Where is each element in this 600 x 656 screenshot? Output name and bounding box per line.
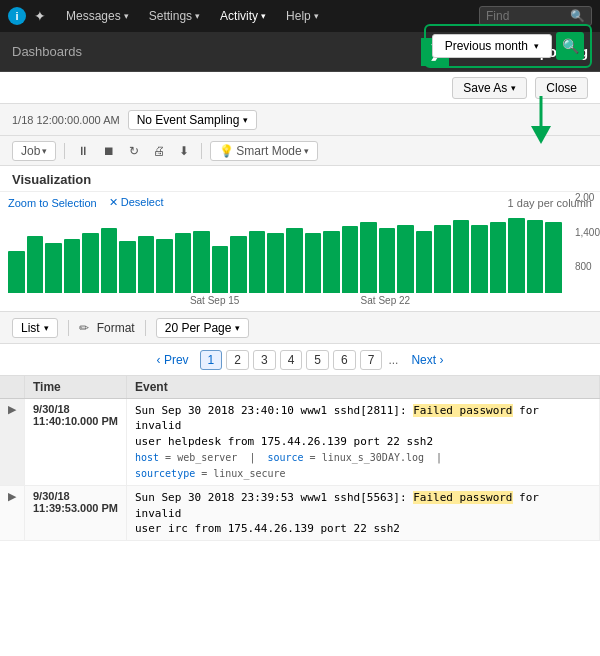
chart-controls: Zoom to Selection ✕ Deselect 1 day per c…	[8, 196, 592, 209]
star-icon: ✦	[34, 8, 46, 24]
smart-mode-icon: 💡	[219, 144, 234, 158]
time-cell-1: 9/30/1811:40:10.000 PM	[25, 399, 127, 486]
chart-bar-0	[8, 251, 25, 293]
chart-bar-18	[342, 226, 359, 293]
page-dots: ...	[386, 353, 400, 367]
col-time: Time	[25, 376, 127, 399]
chart-bar-21	[397, 225, 414, 293]
results-table-container: Time Event ▶ 9/30/1811:40:10.000 PM Sun …	[0, 376, 600, 541]
prev-month-caret: ▾	[534, 41, 539, 51]
page-7-button[interactable]: 7	[360, 350, 383, 370]
col-arrow	[0, 376, 25, 399]
per-page-caret: ▾	[235, 323, 240, 333]
highlight-1: Failed password	[413, 404, 512, 417]
find-icon: 🔍	[570, 9, 585, 23]
chart-bar-6	[119, 241, 136, 293]
chart-bar-8	[156, 239, 173, 293]
prev-month-button[interactable]: Previous month ▾	[432, 34, 552, 58]
chart-bar-19	[360, 222, 377, 293]
list-caret: ▾	[44, 323, 49, 333]
activity-caret: ▾	[261, 11, 266, 21]
results-table: Time Event ▶ 9/30/1811:40:10.000 PM Sun …	[0, 376, 600, 541]
search-button[interactable]: 🔍	[556, 32, 584, 60]
chart-bar-10	[193, 231, 210, 294]
prev-page-button[interactable]: ‹ Prev	[150, 351, 196, 369]
chart-bar-7	[138, 236, 155, 293]
zoom-to-selection-button[interactable]: Zoom to Selection	[8, 196, 97, 209]
nav-help[interactable]: Help ▾	[278, 5, 327, 27]
arrow-indicator	[526, 96, 556, 146]
page-6-button[interactable]: 6	[333, 350, 356, 370]
export-button[interactable]: ⬇	[175, 142, 193, 160]
format-divider	[145, 320, 146, 336]
page-3-button[interactable]: 3	[253, 350, 276, 370]
per-page-button[interactable]: 20 Per Page ▾	[156, 318, 250, 338]
print-button[interactable]: 🖨	[149, 142, 169, 160]
format-button[interactable]: Format	[97, 321, 135, 335]
nav-messages[interactable]: Messages ▾	[58, 5, 137, 27]
smart-mode-button[interactable]: 💡 Smart Mode ▾	[210, 141, 317, 161]
chart-container: Zoom to Selection ✕ Deselect 1 day per c…	[0, 192, 600, 312]
messages-caret: ▾	[124, 11, 129, 21]
nav-settings[interactable]: Settings ▾	[141, 5, 208, 27]
visualization-header: Visualization	[0, 166, 600, 192]
chart-bar-4	[82, 233, 99, 293]
job-button[interactable]: Job ▾	[12, 141, 56, 161]
meta-host-key: host	[135, 452, 159, 463]
nav-activity[interactable]: Activity ▾	[212, 5, 274, 27]
chart-bar-15	[286, 228, 303, 293]
chart-bar-14	[267, 233, 284, 293]
help-caret: ▾	[314, 11, 319, 21]
col-event: Event	[127, 376, 600, 399]
info-icon: i	[8, 7, 26, 25]
find-box[interactable]: 🔍	[479, 6, 592, 26]
page-1-button[interactable]: 1	[200, 350, 223, 370]
chart-bar-16	[305, 233, 322, 293]
visualization-title: Visualization	[12, 172, 91, 187]
chart-y-labels: 2,00 1,400 800	[575, 192, 600, 272]
meta-source-key: source	[267, 452, 303, 463]
deselect-button[interactable]: ✕ Deselect	[109, 196, 164, 209]
toolbar-row: Save As ▾ Close Previous month ▾ 🔍	[0, 72, 600, 104]
page-2-button[interactable]: 2	[226, 350, 249, 370]
event-cell-2: Sun Sep 30 2018 23:39:53 www1 sshd[5563]…	[127, 486, 600, 541]
chart-bar-22	[416, 231, 433, 294]
svg-marker-1	[531, 126, 551, 144]
page-4-button[interactable]: 4	[280, 350, 303, 370]
chart-bar-24	[453, 220, 470, 293]
list-controls: List ▾ ✏ Format 20 Per Page ▾	[0, 312, 600, 344]
list-button[interactable]: List ▾	[12, 318, 58, 338]
job-row: Job ▾ ⏸ ⏹ ↻ 🖨 ⬇ 💡 Smart Mode ▾	[0, 136, 600, 166]
chart-bar-28	[527, 220, 544, 293]
time-label: 1/18 12:00:00.000 AM	[12, 114, 120, 126]
chart-bar-29	[545, 222, 562, 293]
chart-bars	[8, 213, 562, 293]
stop-button[interactable]: ⏹	[99, 142, 119, 160]
job-divider2	[201, 143, 202, 159]
pause-button[interactable]: ⏸	[73, 142, 93, 160]
chart-bar-26	[490, 222, 507, 293]
chart-bar-3	[64, 239, 81, 293]
find-input[interactable]	[486, 9, 566, 23]
settings-caret: ▾	[195, 11, 200, 21]
chart-bar-2	[45, 243, 62, 293]
pencil-icon: ✏	[79, 321, 89, 335]
chart-bar-5	[101, 228, 118, 293]
chart-bar-17	[323, 231, 340, 294]
table-row: ▶ 9/30/1811:40:10.000 PM Sun Sep 30 2018…	[0, 399, 600, 486]
page-5-button[interactable]: 5	[306, 350, 329, 370]
chart-bar-20	[379, 228, 396, 293]
smart-mode-caret: ▾	[304, 146, 309, 156]
no-event-sampling-button[interactable]: No Event Sampling ▾	[128, 110, 258, 130]
prev-month-label: Previous month	[445, 39, 528, 53]
job-divider	[64, 143, 65, 159]
prev-month-container: Previous month ▾ 🔍	[424, 24, 592, 68]
save-as-button[interactable]: Save As ▾	[452, 77, 527, 99]
chart-x-labels: Sat Sep 15 Sat Sep 22	[8, 295, 592, 306]
dashboards-label: Dashboards	[12, 44, 82, 59]
refresh-button[interactable]: ↻	[125, 142, 143, 160]
row-arrow-1: ▶	[0, 399, 25, 486]
save-as-caret: ▾	[511, 83, 516, 93]
next-page-button[interactable]: Next ›	[404, 351, 450, 369]
meta-sourcetype-key: sourcetype	[135, 468, 195, 479]
